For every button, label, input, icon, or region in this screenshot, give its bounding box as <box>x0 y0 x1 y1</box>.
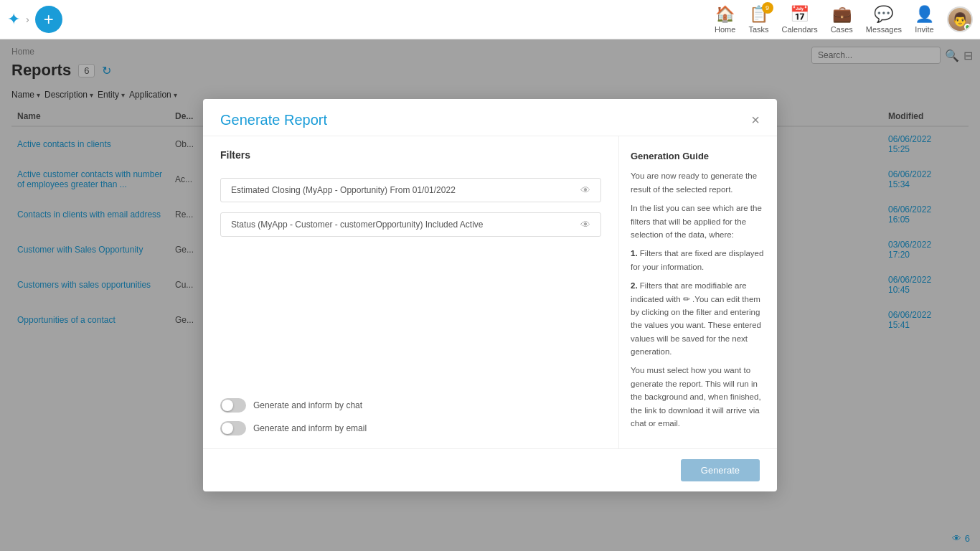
nav-left: ✦ › + <box>7 6 715 33</box>
filters-section-title: Filters <box>220 149 601 161</box>
filter-row-2-text: Status (MyApp - Customer - customerOppor… <box>231 220 483 230</box>
invite-icon: 👤 <box>915 5 934 24</box>
modal-right: Generation Guide You are now ready to ge… <box>619 136 777 449</box>
filter-row-1-text: Estimated Closing (MyApp - Opportunity) … <box>231 185 456 195</box>
filter-row-2[interactable]: Status (MyApp - Customer - customerOppor… <box>220 212 601 237</box>
nav-right: 🏠 Home 📋 9 Tasks 📅 Calendars 💼 Cases 💬 M… <box>715 5 973 34</box>
nav-cases[interactable]: 💼 Cases <box>831 5 853 34</box>
calendars-icon: 📅 <box>790 5 809 24</box>
toggle-email[interactable] <box>220 421 246 435</box>
logo-icon[interactable]: ✦ <box>7 10 20 29</box>
calendars-label: Calendars <box>782 25 818 34</box>
guide-para-1: In the list you can see which are the fi… <box>631 202 765 241</box>
toggle-email-label: Generate and inform by email <box>253 423 367 433</box>
nav-home[interactable]: 🏠 Home <box>715 5 735 34</box>
main-area: Home Reports 6 ↻ Name ▾ Description ▾ En… <box>0 39 980 551</box>
generate-report-modal: Generate Report × Filters Estimated Clos… <box>203 99 777 492</box>
nav-calendars[interactable]: 📅 Calendars <box>782 5 818 34</box>
nav-breadcrumb-arrow: › <box>26 14 29 25</box>
guide-para-0: You are now ready to generate the result… <box>631 169 765 196</box>
modal-left: Filters Estimated Closing (MyApp - Oppor… <box>203 136 619 449</box>
modal-footer: Generate <box>203 448 777 491</box>
top-nav: ✦ › + 🏠 Home 📋 9 Tasks 📅 Calendars 💼 Cas… <box>0 0 980 39</box>
avatar[interactable]: 👨 <box>947 6 973 32</box>
invite-label: Invite <box>915 25 933 34</box>
cases-label: Cases <box>831 25 853 34</box>
modal-header: Generate Report × <box>203 99 777 136</box>
nav-invite[interactable]: 👤 Invite <box>915 5 934 34</box>
tasks-badge: 9 <box>762 2 773 14</box>
filter-row-1[interactable]: Estimated Closing (MyApp - Opportunity) … <box>220 178 601 202</box>
add-button[interactable]: + <box>35 6 62 33</box>
toggle-chat-row: Generate and inform by chat <box>220 398 601 413</box>
toggle-section: Generate and inform by chat Generate and… <box>220 384 601 435</box>
modal-close-button[interactable]: × <box>751 113 760 127</box>
nav-tasks[interactable]: 📋 9 Tasks <box>748 5 768 34</box>
home-icon: 🏠 <box>715 5 735 24</box>
tasks-label: Tasks <box>748 25 768 34</box>
generate-button[interactable]: Generate <box>681 459 760 481</box>
toggle-chat[interactable] <box>220 398 246 413</box>
guide-para-3: 2. Filters that are modifiable are indic… <box>631 279 765 358</box>
cases-icon: 💼 <box>832 5 852 24</box>
online-status-dot <box>964 24 971 30</box>
modal-body: Filters Estimated Closing (MyApp - Oppor… <box>203 136 777 449</box>
home-label: Home <box>715 25 735 34</box>
toggle-chat-label: Generate and inform by chat <box>253 400 362 410</box>
messages-icon: 💬 <box>874 5 893 24</box>
nav-messages[interactable]: 💬 Messages <box>866 5 902 34</box>
guide-title: Generation Guide <box>631 149 765 164</box>
guide-para-2: 1. Filters that are fixed are displayed … <box>631 247 765 273</box>
modal-overlay: Generate Report × Filters Estimated Clos… <box>0 39 980 551</box>
filter-row-2-eye-icon: 👁 <box>580 219 590 230</box>
guide-para-4: You must select how you want to generate… <box>631 364 765 430</box>
toggle-email-row: Generate and inform by email <box>220 421 601 435</box>
messages-label: Messages <box>866 25 902 34</box>
modal-title: Generate Report <box>220 112 327 128</box>
filter-row-1-eye-icon: 👁 <box>580 184 590 196</box>
